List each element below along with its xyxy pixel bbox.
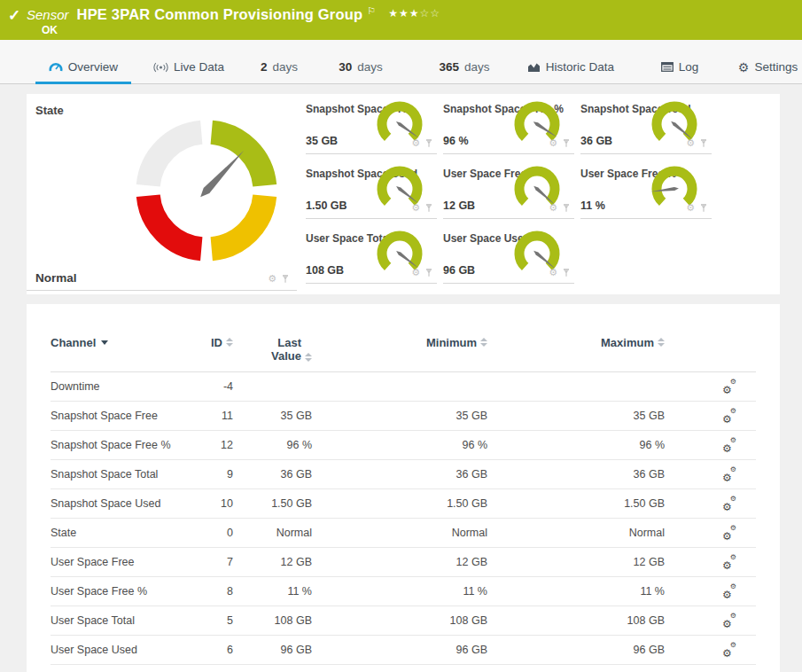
col-minimum[interactable]: Minimum — [312, 336, 487, 363]
stars-empty[interactable]: ☆☆ — [419, 7, 440, 20]
priority-stars[interactable]: ★★★☆☆ — [388, 7, 440, 20]
sort-desc-icon — [101, 340, 108, 345]
gear-icon: ⚙ — [730, 613, 736, 620]
gear-icon: ⚙ — [722, 414, 732, 425]
tab-historic-data[interactable]: Historic Data — [521, 52, 620, 82]
mini-gauge-value: 108 GB — [306, 264, 344, 277]
tab-live-data[interactable]: Live Data — [144, 52, 233, 82]
tab-365-days[interactable]: 365 days — [432, 52, 496, 82]
mini-gauge-cell: Snapshot Space Free % 96 % ⚙ — [443, 96, 574, 154]
gauge-settings-icon[interactable]: ⚙ — [411, 138, 420, 148]
edit-channel-icon[interactable]: ⚙ ⚙ — [722, 468, 736, 481]
pin-icon[interactable] — [281, 274, 290, 284]
gauge-settings-icon[interactable]: ⚙ — [549, 203, 557, 213]
table-header: Channel ID Last Value Minimum Maximum — [51, 336, 756, 372]
gear-icon: ⚙ — [722, 648, 732, 659]
state-gauge-value: Normal — [35, 271, 77, 285]
mini-gauge-cell: User Space Used 96 GB ⚙ — [443, 225, 574, 284]
gauge-icon — [49, 61, 63, 73]
sensor-header: ✓ Sensor HPE 3PAR Common Provisioning Gr… — [0, 0, 802, 40]
table-row: User Space Total 5 108 GB 108 GB 108 GB … — [51, 606, 756, 636]
table-row: Snapshot Space Free 11 35 GB 35 GB 35 GB… — [51, 402, 756, 431]
sort-icon — [480, 338, 487, 347]
edit-channel-icon[interactable]: ⚙ ⚙ — [722, 497, 736, 511]
cell-channel: Downtime — [51, 380, 188, 393]
edit-channel-icon[interactable]: ⚙ ⚙ — [722, 614, 736, 628]
gauge-settings-icon[interactable]: ⚙ — [549, 268, 557, 277]
mini-gauge-value: 96 % — [443, 135, 469, 147]
tab-overview-label: Overview — [68, 60, 118, 74]
gauge-settings-icon[interactable]: ⚙ — [411, 203, 420, 213]
gauge-settings-icon[interactable]: ⚙ — [686, 203, 695, 213]
edit-channel-icon[interactable]: ⚙ ⚙ — [722, 410, 736, 423]
gauge-settings-icon[interactable]: ⚙ — [549, 138, 557, 148]
col-maximum[interactable]: Maximum — [487, 336, 665, 363]
tab-bar: Overview Live Data 2 days 30 days 365 da… — [0, 40, 802, 84]
cell-minimum: 11 % — [312, 585, 487, 598]
tab-365-days-number: 365 — [439, 60, 459, 74]
cell-maximum: 96 GB — [487, 644, 665, 656]
tab-30-days[interactable]: 30 days — [331, 52, 390, 82]
tab-2-days-number: 2 — [261, 60, 268, 74]
gear-icon: ⚙ — [722, 473, 732, 483]
cell-last-value: 96 GB — [233, 644, 312, 656]
gear-icon: ⚙ — [730, 583, 736, 590]
status-badge: OK — [42, 24, 58, 36]
cell-last-value: 108 GB — [233, 614, 312, 627]
pin-icon[interactable] — [424, 268, 433, 277]
pin-icon[interactable] — [562, 203, 571, 213]
sort-icon — [658, 338, 665, 347]
edit-channel-icon[interactable]: ⚙ ⚙ — [722, 380, 736, 394]
gear-icon: ⚙ — [730, 408, 736, 415]
tab-log-label: Log — [679, 60, 699, 74]
pin-icon[interactable] — [699, 203, 708, 213]
table-row: User Space Free % 8 11 % 11 % 11 % ⚙ ⚙ — [51, 577, 756, 606]
pin-icon[interactable] — [562, 268, 571, 277]
edit-channel-icon[interactable]: ⚙ ⚙ — [722, 644, 736, 657]
cell-maximum: 108 GB — [487, 614, 665, 627]
gear-icon: ⚙ — [722, 590, 732, 600]
tab-log[interactable]: Log — [654, 52, 705, 82]
pin-icon[interactable] — [424, 138, 433, 148]
table-row: Snapshot Space Total 9 36 GB 36 GB 36 GB… — [51, 460, 756, 489]
log-icon — [661, 62, 674, 72]
gauge-settings-icon[interactable]: ⚙ — [268, 274, 276, 284]
table-row: Snapshot Space Free % 12 96 % 96 % 96 % … — [51, 431, 756, 460]
tab-overview[interactable]: Overview — [35, 52, 131, 82]
col-last-value[interactable]: Last Value — [233, 336, 312, 363]
cell-maximum: 11 % — [487, 585, 665, 598]
tab-2-days[interactable]: 2 days — [253, 52, 306, 82]
gauge-settings-icon[interactable]: ⚙ — [686, 138, 695, 148]
col-channel[interactable]: Channel — [51, 336, 188, 363]
tab-settings[interactable]: ⚙ Settings — [734, 52, 802, 82]
priority-flag-icon[interactable]: ⚐ — [367, 5, 376, 17]
stars-filled[interactable]: ★★★ — [388, 7, 419, 20]
tab-30-days-number: 30 — [339, 60, 352, 74]
gauge-settings-icon[interactable]: ⚙ — [411, 268, 420, 277]
gauges-panel: State Normal ⚙ Snapshot Space Free 35 GB… — [27, 94, 780, 294]
cell-channel: Snapshot Space Used — [51, 497, 188, 510]
gear-icon: ⚙ — [722, 502, 732, 512]
cell-maximum: 36 GB — [487, 468, 665, 481]
table-row: Snapshot Space Used 10 1.50 GB 1.50 GB 1… — [51, 489, 756, 519]
cell-id: 8 — [188, 585, 233, 598]
cell-last-value: Normal — [233, 527, 312, 539]
edit-channel-icon[interactable]: ⚙ ⚙ — [722, 556, 736, 569]
cell-maximum: Normal — [487, 527, 665, 539]
gear-icon: ⚙ — [722, 560, 732, 571]
page-title: HPE 3PAR Common Provisioning Group — [77, 6, 363, 23]
mini-gauge-value: 35 GB — [306, 135, 338, 147]
edit-channel-icon[interactable]: ⚙ ⚙ — [722, 527, 736, 540]
pin-icon[interactable] — [424, 203, 433, 213]
channel-table-panel: Channel ID Last Value Minimum Maximum — [27, 304, 780, 672]
col-id[interactable]: ID — [188, 336, 233, 363]
cell-maximum: 96 % — [487, 439, 665, 451]
active-tab-indicator — [35, 82, 131, 84]
cell-channel: State — [51, 527, 188, 539]
pin-icon[interactable] — [562, 138, 571, 148]
pin-icon[interactable] — [699, 138, 708, 148]
edit-channel-icon[interactable]: ⚙ ⚙ — [722, 585, 736, 598]
edit-channel-icon[interactable]: ⚙ ⚙ — [722, 439, 736, 452]
tab-2-days-word: days — [272, 60, 298, 74]
mini-gauge-value: 36 GB — [580, 135, 612, 147]
